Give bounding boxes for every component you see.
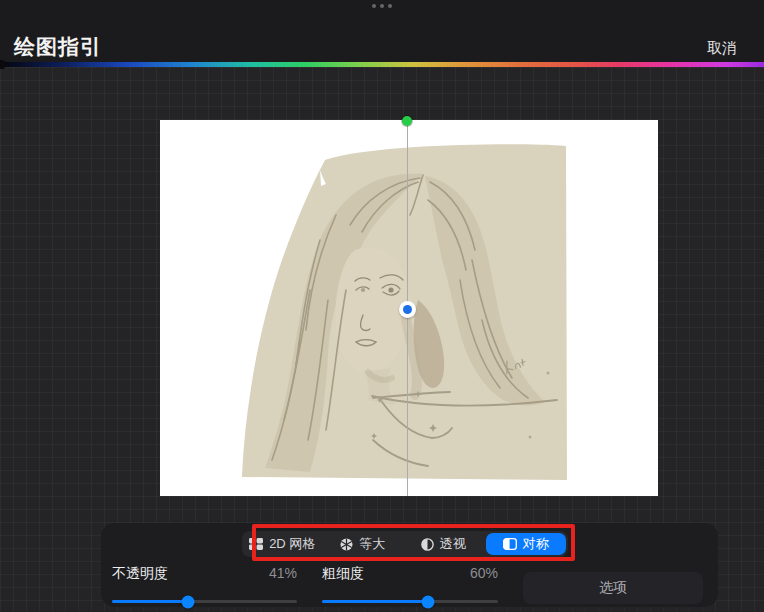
opacity-slider-group: 不透明度 41% xyxy=(112,565,297,603)
tab-symmetry[interactable]: 对称 xyxy=(486,533,567,555)
opacity-value: 41% xyxy=(269,565,297,581)
thickness-slider[interactable] xyxy=(322,600,498,603)
drawing-canvas[interactable] xyxy=(160,120,658,496)
drag-handle-icon[interactable] xyxy=(0,4,764,8)
tab-label: 对称 xyxy=(523,535,549,553)
symmetry-center-handle[interactable] xyxy=(399,301,416,318)
header-bar: 绘图指引 取消 xyxy=(0,0,764,62)
tab-isometric[interactable]: 等大 xyxy=(323,531,404,557)
tab-label: 透视 xyxy=(440,535,466,553)
thickness-slider-group: 粗细度 60% xyxy=(322,565,498,603)
thickness-label: 粗细度 xyxy=(322,565,364,583)
opacity-label: 不透明度 xyxy=(112,565,168,583)
opacity-slider-thumb[interactable] xyxy=(181,595,194,608)
symmetry-icon xyxy=(503,538,517,550)
tab-perspective[interactable]: 透视 xyxy=(403,531,484,557)
isometric-icon xyxy=(340,538,353,551)
tab-label: 2D 网格 xyxy=(269,535,315,553)
thickness-value: 60% xyxy=(470,565,498,581)
hue-spectrum-bar[interactable] xyxy=(0,62,764,67)
grid-2d-icon xyxy=(249,538,263,550)
options-button[interactable]: 选项 xyxy=(523,572,703,604)
guide-type-tabs: 2D 网格 等大 透视 xyxy=(242,531,568,557)
tab-2d-grid[interactable]: 2D 网格 xyxy=(242,531,323,557)
opacity-slider[interactable] xyxy=(112,600,297,603)
cancel-button[interactable]: 取消 xyxy=(707,39,737,58)
symmetry-rotation-handle[interactable] xyxy=(402,116,412,126)
perspective-icon xyxy=(421,538,434,551)
thickness-slider-thumb[interactable] xyxy=(421,595,434,608)
tab-label: 等大 xyxy=(359,535,385,553)
page-title: 绘图指引 xyxy=(14,33,102,61)
